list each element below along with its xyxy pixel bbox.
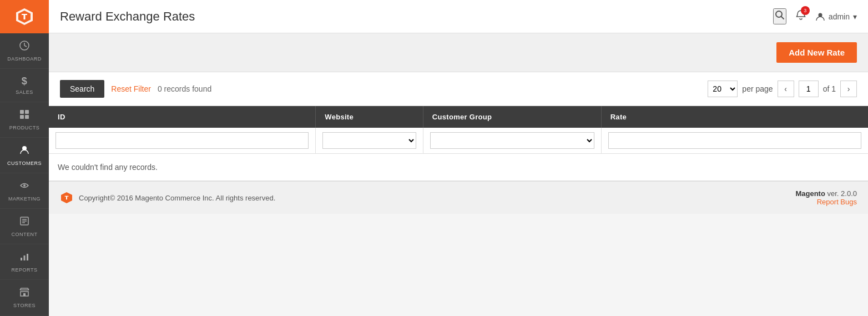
col-header-rate: Rate: [601, 106, 868, 128]
page-title: Reward Exchange Rates: [60, 9, 195, 24]
user-dropdown-icon: ▾: [853, 12, 857, 21]
search-icon-button[interactable]: [773, 8, 786, 24]
total-pages-label: of 1: [823, 84, 836, 93]
sidebar-item-dashboard-label: Dashboard: [7, 56, 42, 62]
sidebar: Dashboard $ Sales Products Customers Mar…: [0, 0, 49, 316]
svg-rect-11: [21, 258, 22, 260]
magento-version-label: Magento: [795, 189, 825, 198]
top-header: Reward Exchange Rates 3 admin ▾: [49, 0, 868, 33]
records-count-label: 0 records found: [158, 84, 701, 93]
sidebar-logo[interactable]: [0, 0, 49, 33]
marketing-icon: [19, 180, 30, 194]
sidebar-item-reports[interactable]: Reports: [0, 244, 49, 280]
per-page-label: per page: [742, 84, 773, 93]
notification-badge: 3: [801, 6, 810, 15]
sidebar-item-products-label: Products: [9, 125, 40, 131]
products-icon: [19, 109, 30, 123]
filter-id-input[interactable]: [55, 132, 309, 149]
svg-line-16: [781, 17, 784, 19]
main-content: Reward Exchange Rates 3 admin ▾ Add New …: [49, 0, 868, 316]
sidebar-item-sales[interactable]: $ Sales: [0, 69, 49, 102]
col-header-website: Website: [316, 106, 423, 128]
action-bar: Add New Rate: [49, 33, 868, 72]
header-right: 3 admin ▾: [773, 8, 857, 24]
page-number-input[interactable]: [799, 81, 819, 97]
sales-icon: $: [22, 76, 28, 87]
reports-icon: [19, 251, 30, 265]
next-page-icon: ›: [847, 84, 850, 93]
sidebar-item-marketing-label: Marketing: [8, 196, 41, 202]
sidebar-item-reports-label: Reports: [12, 267, 38, 273]
col-header-customer-group: Customer Group: [423, 106, 601, 128]
sidebar-item-stores-label: Stores: [13, 303, 36, 308]
sidebar-item-customers[interactable]: Customers: [0, 138, 49, 173]
svg-rect-3: [20, 115, 24, 119]
notification-button[interactable]: 3: [795, 9, 806, 23]
filter-customer-group-select[interactable]: [430, 132, 594, 149]
reset-filter-button[interactable]: Reset Filter: [111, 84, 151, 93]
data-table: ID Website Customer Group Rate: [49, 106, 868, 181]
content-area: Add New Rate Search Reset Filter 0 recor…: [49, 33, 868, 316]
filter-website-select[interactable]: [322, 132, 416, 149]
filter-website-cell: [316, 128, 423, 154]
svg-rect-4: [25, 115, 29, 119]
svg-point-6: [23, 184, 26, 187]
data-table-wrapper: ID Website Customer Group Rate: [49, 106, 868, 181]
sidebar-item-sales-label: Sales: [16, 89, 33, 95]
prev-page-button[interactable]: ‹: [778, 81, 794, 97]
no-records-message: We couldn't find any records.: [49, 154, 868, 181]
search-button[interactable]: Search: [60, 80, 104, 98]
content-icon: [19, 215, 30, 229]
per-page-select[interactable]: 20 30 50 100: [708, 81, 738, 97]
filter-customer-group-cell: [423, 128, 601, 154]
user-menu-button[interactable]: admin ▾: [815, 12, 857, 22]
svg-rect-12: [24, 255, 26, 260]
svg-rect-2: [25, 110, 29, 114]
add-new-rate-button[interactable]: Add New Rate: [776, 42, 857, 63]
table-header-row: ID Website Customer Group Rate: [49, 106, 868, 128]
filter-rate-input[interactable]: [608, 132, 861, 149]
svg-rect-14: [23, 293, 26, 296]
sidebar-item-stores[interactable]: Stores: [0, 280, 49, 315]
svg-rect-13: [27, 254, 28, 260]
stores-icon: [19, 287, 30, 300]
prev-page-icon: ‹: [784, 84, 787, 93]
filter-row: [49, 128, 868, 154]
sidebar-item-products[interactable]: Products: [0, 102, 49, 138]
sidebar-item-content[interactable]: Content: [0, 209, 49, 244]
next-page-button[interactable]: ›: [840, 81, 857, 97]
magento-version-number: ver. 2.0.0: [827, 189, 857, 198]
magento-footer-logo: [60, 191, 73, 204]
no-records-row: We couldn't find any records.: [49, 154, 868, 181]
customers-icon: [19, 144, 30, 158]
svg-rect-1: [20, 110, 24, 114]
report-bugs-link[interactable]: Report Bugs: [817, 198, 857, 206]
dashboard-icon: [19, 40, 30, 54]
grid-toolbar: Search Reset Filter 0 records found 20 3…: [49, 72, 868, 106]
pagination-controls: 20 30 50 100 per page ‹ of 1 ›: [708, 81, 857, 97]
user-name-label: admin: [829, 12, 850, 21]
sidebar-item-dashboard[interactable]: Dashboard: [0, 33, 49, 69]
footer: Copyright© 2016 Magento Commerce Inc. Al…: [49, 181, 868, 214]
footer-right: Magento ver. 2.0.0 Report Bugs: [795, 189, 857, 206]
sidebar-item-marketing[interactable]: Marketing: [0, 173, 49, 209]
filter-id-cell: [49, 128, 316, 154]
footer-left: Copyright© 2016 Magento Commerce Inc. Al…: [60, 191, 275, 204]
copyright-text: Copyright© 2016 Magento Commerce Inc. Al…: [79, 194, 275, 202]
col-header-id: ID: [49, 106, 316, 128]
sidebar-item-content-label: Content: [12, 232, 38, 237]
filter-rate-cell: [601, 128, 868, 154]
sidebar-item-customers-label: Customers: [7, 160, 42, 166]
